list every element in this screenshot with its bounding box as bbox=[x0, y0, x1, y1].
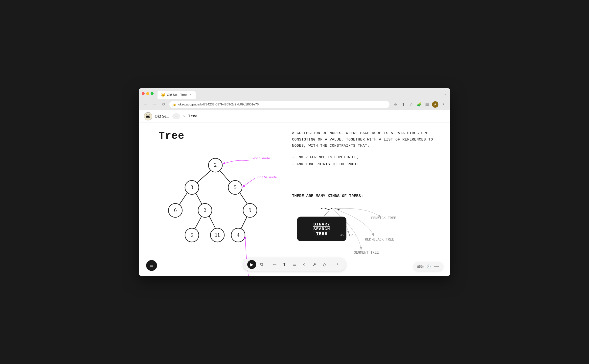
list-item-1: - no reference is duplicated, bbox=[292, 154, 435, 161]
new-tab-button[interactable]: + bbox=[198, 91, 204, 98]
maximize-button[interactable] bbox=[151, 92, 154, 95]
svg-text:4: 4 bbox=[237, 232, 240, 238]
pen-tool-button[interactable]: ✏ bbox=[270, 260, 279, 269]
bookmark-icon[interactable]: ☆ bbox=[408, 101, 414, 107]
menu-icon: ☰ bbox=[150, 263, 154, 268]
app-logo: 🏛 Ok! So... bbox=[144, 112, 169, 121]
refresh-button[interactable]: ↻ bbox=[160, 101, 166, 107]
svg-text:🏛: 🏛 bbox=[146, 113, 150, 119]
back-button[interactable]: ← bbox=[143, 101, 149, 107]
svg-text:11: 11 bbox=[215, 232, 220, 238]
lock-icon: 🔒 bbox=[173, 103, 176, 106]
svg-text:Root node: Root node bbox=[252, 157, 270, 160]
breadcrumb-dots-button[interactable]: ··· bbox=[172, 113, 180, 119]
kinds-label: There are many kinds of trees: bbox=[292, 194, 363, 198]
more-tools-button[interactable]: ⋮ bbox=[333, 260, 342, 269]
tab-close-button[interactable]: ✕ bbox=[189, 93, 192, 97]
svg-text:2: 2 bbox=[204, 207, 206, 213]
toolbar-divider-1 bbox=[268, 262, 268, 267]
list-item-2: - and none points to the root. bbox=[292, 161, 435, 168]
zoom-controls: 85% 🕐 — bbox=[414, 262, 443, 271]
text-tool-button[interactable]: T bbox=[280, 260, 289, 269]
browser-menu-icon[interactable]: ⋮ bbox=[440, 101, 446, 107]
svg-text:5: 5 bbox=[191, 232, 193, 238]
active-tab[interactable]: 🐱 Ok! So... Tree ✕ bbox=[158, 91, 196, 99]
avl-tree-label: AVL Tree bbox=[340, 233, 357, 237]
select-icon: ▶ bbox=[250, 262, 253, 267]
tab-overflow-button[interactable]: ⌄ bbox=[444, 91, 447, 96]
tab-title: Ok! So... Tree bbox=[167, 93, 187, 97]
toolbar-divider-2 bbox=[331, 262, 331, 267]
svg-text:6: 6 bbox=[174, 207, 177, 213]
segment-tree-label: Segment Tree bbox=[354, 251, 379, 255]
bst-card-text: Binary Search Tree bbox=[307, 222, 337, 236]
svg-line-7 bbox=[194, 215, 203, 231]
address-input[interactable]: 🔒 okso.app/page/b4734233-587f-4859-2c2f-… bbox=[169, 101, 389, 108]
more-icon: ⋮ bbox=[335, 262, 340, 267]
circle-icon: ○ bbox=[303, 262, 306, 267]
text-icon: T bbox=[283, 262, 286, 267]
user-avatar[interactable]: A bbox=[432, 101, 438, 108]
circle-tool-button[interactable]: ○ bbox=[300, 260, 309, 269]
history-button[interactable]: 🕐 bbox=[426, 263, 431, 269]
zoom-out-button[interactable]: — bbox=[433, 263, 439, 269]
rect-tool-button[interactable]: ▭ bbox=[290, 260, 299, 269]
sidebar-toggle-icon[interactable]: ▤ bbox=[424, 101, 430, 107]
browser-toolbar: ⎋ ⬆ ☆ 🧩 ▤ A ⋮ bbox=[392, 101, 446, 108]
close-button[interactable] bbox=[142, 92, 145, 95]
app-name-label: Ok! So... bbox=[155, 114, 169, 119]
eraser-tool-button[interactable]: ◇ bbox=[320, 260, 329, 269]
logo-image: 🏛 bbox=[144, 112, 153, 121]
svg-text:3: 3 bbox=[191, 184, 193, 190]
breadcrumb-current[interactable]: Tree bbox=[188, 114, 197, 119]
fenwick-tree-label: Fenwick Tree bbox=[371, 216, 396, 220]
eraser-icon: ◇ bbox=[323, 262, 326, 267]
svg-line-9 bbox=[240, 215, 248, 231]
browser-window: 🐱 Ok! So... Tree ✕ + ⌄ ← → ↻ 🔒 okso.app/… bbox=[139, 88, 450, 276]
layers-icon: ⧉ bbox=[260, 262, 263, 267]
svg-line-2 bbox=[196, 170, 212, 184]
menu-button[interactable]: ☰ bbox=[146, 260, 157, 271]
canvas-area: Tree bbox=[139, 123, 450, 276]
zoom-level: 85% bbox=[417, 265, 424, 268]
select-tool-button[interactable]: ▶ bbox=[247, 260, 256, 269]
url-text: okso.app/page/b4734233-587f-4859-2c2f-b0… bbox=[178, 102, 386, 106]
layers-tool-button[interactable]: ⧉ bbox=[257, 260, 266, 269]
breadcrumb-separator: > bbox=[183, 114, 185, 118]
svg-text:5: 5 bbox=[234, 184, 237, 190]
svg-text:9: 9 bbox=[249, 207, 251, 213]
title-bar: 🐱 Ok! So... Tree ✕ + ⌄ bbox=[139, 88, 450, 99]
svg-text:Child node: Child node bbox=[257, 176, 277, 179]
pen-icon: ✏ bbox=[273, 262, 276, 267]
tree-svg: 2 3 5 6 2 9 bbox=[154, 147, 287, 276]
svg-text:2: 2 bbox=[214, 162, 217, 168]
tree-diagram: 2 3 5 6 2 9 bbox=[154, 147, 287, 276]
description-text: A collection of nodes, where each node i… bbox=[292, 130, 435, 149]
extensions-icon[interactable]: 🧩 bbox=[416, 101, 422, 107]
page-title: Tree bbox=[159, 130, 184, 142]
svg-line-3 bbox=[219, 170, 231, 184]
svg-line-4 bbox=[178, 191, 188, 206]
traffic-lights bbox=[142, 92, 154, 95]
svg-line-11 bbox=[196, 170, 213, 184]
bottom-toolbar: ▶ ⧉ ✏ T ▭ ○ ↗ bbox=[243, 258, 346, 271]
minimize-button[interactable] bbox=[146, 92, 149, 95]
forward-button[interactable]: → bbox=[152, 101, 158, 107]
bst-card[interactable]: Binary Search Tree bbox=[297, 217, 346, 241]
external-link-icon[interactable]: ⎋ bbox=[392, 101, 398, 107]
red-black-tree-label: Red-Black Tree bbox=[365, 238, 394, 242]
address-bar: ← → ↻ 🔒 okso.app/page/b4734233-587f-4859… bbox=[139, 99, 450, 110]
page-content: 🏛 Ok! So... ··· > Tree Tree bbox=[139, 110, 450, 276]
share-icon[interactable]: ⬆ bbox=[400, 101, 406, 107]
description-panel: A collection of nodes, where each node i… bbox=[292, 130, 435, 168]
tab-favicon: 🐱 bbox=[161, 93, 165, 97]
description-list: - no reference is duplicated, - and none… bbox=[292, 154, 435, 168]
arrow-icon: ↗ bbox=[313, 262, 316, 267]
arrow-tool-button[interactable]: ↗ bbox=[310, 260, 319, 269]
app-header: 🏛 Ok! So... ··· > Tree bbox=[139, 110, 450, 123]
rect-icon: ▭ bbox=[293, 262, 296, 267]
